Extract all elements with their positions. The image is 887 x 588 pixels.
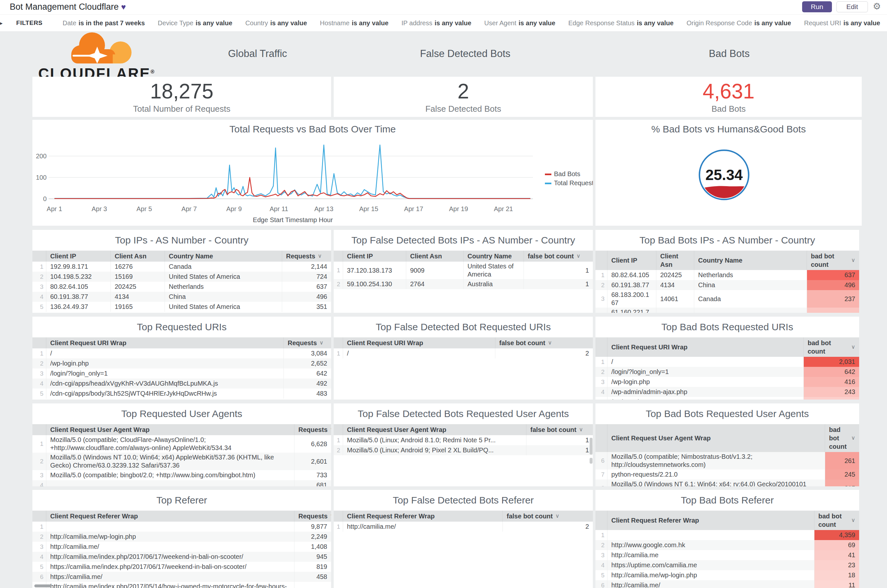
table-row[interactable]: 3/wp-login.php416 (595, 377, 859, 387)
table-row[interactable]: 6http://camilia.me/11 (595, 580, 859, 588)
column-header[interactable]: Client Asn (656, 250, 694, 270)
column-header[interactable]: Requests∨ (282, 250, 331, 262)
table-row[interactable]: 7python-requests/2.21.0245 (595, 470, 859, 480)
filter-item[interactable]: Origin Response Codeis any value (687, 20, 791, 27)
column-header[interactable]: bad bot count∨ (807, 250, 859, 270)
legend-label[interactable]: Bad Bots (554, 170, 580, 177)
table-row[interactable]: 4/cdn-cgi/apps/head/xVgyKhR-vV3dAUGhMqfB… (32, 378, 331, 388)
table-row[interactable]: 4/wp-admin/admin-ajax.php243 (595, 387, 859, 397)
gauge-canvas: 25.34 (595, 139, 862, 226)
column-header[interactable]: Client IP (343, 250, 406, 262)
column-header[interactable]: Country Name (165, 250, 282, 262)
column-header[interactable]: bad bot count∨ (803, 338, 859, 357)
filter-item[interactable]: IP addressis any value (401, 20, 471, 27)
table-row[interactable]: 5/xmlrpc.php124 (595, 397, 859, 399)
column-header[interactable]: Requests∨ (294, 424, 331, 435)
table-row[interactable]: 5136.24.49.3719165United States of Ameri… (32, 302, 331, 312)
table-cell: 80.82.64.105 (46, 282, 110, 292)
filter-item[interactable]: Hostnameis any value (320, 20, 389, 27)
column-header[interactable]: bad bot count∨ (814, 511, 859, 530)
table-row[interactable]: 7http://camilia.me/index.php/2017/05/14/… (32, 582, 331, 588)
filter-item[interactable]: User Agentis any value (484, 20, 555, 27)
table-row[interactable]: 1http://camilia.me/2 (334, 522, 593, 532)
table-row[interactable]: 5/cdn-cgi/apps/body/3Lh52SjWTQ4HRlErJykH… (32, 388, 331, 399)
table-row[interactable]: 460.191.38.774134China496 (32, 292, 331, 302)
column-header[interactable]: Client Request Referer Wrap (46, 511, 294, 522)
column-header[interactable]: Country Name (463, 250, 523, 262)
filters-expand-icon[interactable]: ▸ (0, 20, 3, 26)
column-header[interactable]: Client Request User Agent Wrap (607, 424, 825, 452)
table-cell: Mozilla/5.0 (compatible; Nimbostratus-Bo… (607, 452, 825, 470)
column-header[interactable]: Client Asn (110, 250, 165, 262)
column-header[interactable]: Client Request Referer Wrap (607, 511, 814, 530)
table-row[interactable]: 5http://camilia.me/wp-login.php18 (595, 570, 859, 580)
table-row[interactable]: 137.120.138.1739009United States of Amer… (334, 262, 593, 279)
table-row[interactable]: 2/wp-login.php2,652 (32, 358, 331, 369)
column-header[interactable]: false bot count∨ (523, 250, 593, 262)
table-row[interactable]: 4681 (32, 480, 331, 486)
table-row[interactable]: 3Mozilla/5.0 (compatible; bingbot/2.0; +… (32, 470, 331, 480)
table-row[interactable]: 2http://camilia.me/wp-login.php2,249 (32, 532, 331, 542)
table-row[interactable]: 5https://camilia.me/index.php/2017/06/17… (32, 562, 331, 572)
gear-icon[interactable]: ⚙ (873, 1, 881, 12)
table-row[interactable]: 180.82.64.105202425Netherlands637 (595, 270, 859, 280)
column-header[interactable]: Requests∨ (283, 338, 331, 348)
table-row[interactable]: 14,359 (595, 530, 859, 540)
table-row[interactable]: 1/2,031 (595, 357, 859, 367)
column-header[interactable]: Client Request URI Wrap (607, 338, 803, 357)
table-row[interactable]: 6Mozilla/5.0 (compatible; Nimbostratus-B… (595, 452, 859, 470)
column-header[interactable]: Client Request User Agent Wrap (343, 424, 526, 435)
table-row[interactable]: 4http://camilia.me/index.php/2017/06/17/… (32, 552, 331, 562)
scrollbar-thumb[interactable] (589, 438, 592, 454)
table-row[interactable]: 260.191.38.774134China496 (595, 280, 859, 290)
column-header[interactable]: false bot count∨ (495, 338, 593, 348)
table-row[interactable]: 1Mozilla/5.0 (Linux; Android 8.1.0; Redm… (334, 435, 593, 445)
column-header[interactable]: Country Name (694, 250, 807, 270)
table-row[interactable]: 3http://camilia.me/1,408 (32, 542, 331, 552)
filter-item[interactable]: Request URIis any value (804, 20, 880, 27)
table-row[interactable]: 6https://camilia.me/458 (32, 572, 331, 582)
table-row[interactable]: 259.100.254.1302764Australia1 (334, 279, 593, 289)
column-header[interactable]: Client Asn (406, 250, 463, 262)
table-row[interactable]: 461.160.221.7323650China144 (595, 308, 859, 313)
column-header[interactable]: false bot count∨ (502, 511, 593, 522)
filter-item[interactable]: Dateis in the past 7 weeks (63, 20, 145, 27)
edit-button[interactable]: Edit (836, 1, 868, 12)
table-row[interactable]: 19,877 (32, 522, 331, 532)
column-header[interactable]: Client IP (46, 250, 110, 262)
column-header[interactable]: Client Request URI Wrap (46, 338, 283, 348)
column-header[interactable]: bad bot count∨ (825, 424, 859, 452)
table-row[interactable]: 1/3,084 (32, 348, 331, 358)
table-row[interactable]: 2http://www.google.com.hk69 (595, 540, 859, 550)
scrollbar-thumb[interactable] (589, 458, 592, 464)
table-row[interactable]: 380.82.64.105202425Netherlands637 (32, 282, 331, 292)
table-row[interactable]: 3/login/?login_only=1642 (32, 369, 331, 378)
table-row[interactable]: 2Mozilla/5.0 (Windows NT 10.0; Win64; x6… (32, 453, 331, 470)
table-row[interactable]: 1Mozilla/5.0 (compatible; CloudFlare-Alw… (32, 435, 331, 453)
column-header[interactable]: Requests∨ (294, 511, 331, 522)
filter-item[interactable]: Countryis any value (245, 20, 307, 27)
table-row[interactable]: 1192.99.8.17116276Canada2,144 (32, 262, 331, 272)
x-axis-tick: Apr 15 (359, 205, 378, 212)
filters-label[interactable]: FILTERS (16, 20, 42, 27)
table-row[interactable]: 4https://uptime.com/camilia.me23 (595, 560, 859, 570)
table-row[interactable]: 3http://camilia.me41 (595, 550, 859, 560)
column-header[interactable]: Client IP (607, 250, 656, 270)
table-row[interactable]: 1/2 (334, 348, 593, 358)
table-row[interactable]: 8Mozilla/5.0 (Windows NT 6.1; Win64; x64… (595, 480, 859, 486)
run-button[interactable]: Run (802, 1, 832, 12)
table-row[interactable]: 2/login/?login_only=1642 (595, 367, 859, 377)
table-row[interactable]: 2104.198.5.23215169United States of Amer… (32, 272, 331, 282)
column-header[interactable]: false bot count∨ (526, 424, 593, 435)
table-row[interactable]: 2Mozilla/5.0 (Linux; Android 9; Pixel 2 … (334, 445, 593, 455)
table-cell: 4134 (110, 292, 165, 302)
column-header[interactable]: Client Request URI Wrap (343, 338, 495, 348)
filter-item[interactable]: Device Typeis any value (158, 20, 232, 27)
scrollbar-thumb[interactable] (35, 585, 52, 587)
column-header[interactable]: Client Request User Agent Wrap (46, 424, 294, 435)
filter-item[interactable]: Edge Response Statusis any value (568, 20, 674, 27)
legend-label[interactable]: Total Requests (554, 179, 593, 186)
legend-swatch (545, 174, 552, 175)
table-row[interactable]: 368.183.200.16714061Canada237 (595, 290, 859, 308)
column-header[interactable]: Client Request Referer Wrap (343, 511, 502, 522)
